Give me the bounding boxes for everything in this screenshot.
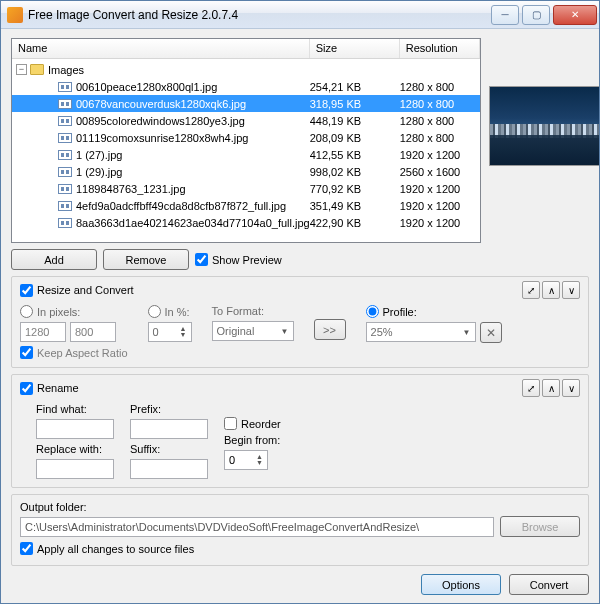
expand-icon[interactable]: ⤢ <box>522 281 540 299</box>
options-button[interactable]: Options <box>421 574 501 595</box>
resize-checkbox[interactable]: Resize and Convert <box>20 284 134 297</box>
file-resolution: 1280 x 800 <box>400 115 480 127</box>
move-up-icon[interactable]: ∧ <box>542 281 560 299</box>
file-size: 208,09 KB <box>310 132 400 144</box>
listview-header: Name Size Resolution <box>12 39 480 59</box>
file-resolution: 2560 x 1600 <box>400 166 480 178</box>
format-combo[interactable]: Original▼ <box>212 321 294 341</box>
add-button[interactable]: Add <box>11 249 97 270</box>
file-size: 770,92 KB <box>310 183 400 195</box>
file-size: 998,02 KB <box>310 166 400 178</box>
percent-input[interactable]: 0▲▼ <box>148 322 192 342</box>
file-row[interactable]: 00678vancouverdusk1280xqk6.jpg318,95 KB1… <box>12 95 480 112</box>
close-button[interactable]: ✕ <box>553 5 597 25</box>
maximize-button[interactable]: ▢ <box>522 5 550 25</box>
find-input[interactable] <box>36 419 114 439</box>
move-up-icon[interactable]: ∧ <box>542 379 560 397</box>
image-file-icon <box>58 133 72 143</box>
rename-group: Rename ⤢ ∧ ∨ Find what: Replace with: Pr… <box>11 374 589 488</box>
col-resolution[interactable]: Resolution <box>400 39 480 58</box>
apply-format-button[interactable]: >> <box>314 319 346 340</box>
file-resolution: 1280 x 800 <box>400 98 480 110</box>
image-file-icon <box>58 150 72 160</box>
file-listview[interactable]: Name Size Resolution −Images00610peace12… <box>11 38 481 243</box>
file-row[interactable]: 4efd9a0adcffbff49cda8d8cfb87f872_full.jp… <box>12 197 480 214</box>
show-preview-input[interactable] <box>195 253 208 266</box>
file-resolution: 1920 x 1200 <box>400 149 480 161</box>
image-file-icon <box>58 201 72 211</box>
profile-combo[interactable]: 25%▼ <box>366 322 476 342</box>
file-resolution: 1920 x 1200 <box>400 217 480 229</box>
preview-image <box>489 86 599 166</box>
file-name: 01119comoxsunrise1280x8wh4.jpg <box>76 132 310 144</box>
in-percent-radio[interactable]: In %: <box>148 305 192 318</box>
image-file-icon <box>58 167 72 177</box>
file-row[interactable]: 1 (29).jpg998,02 KB2560 x 1600 <box>12 163 480 180</box>
file-row[interactable]: 1 (27).jpg412,55 KB1920 x 1200 <box>12 146 480 163</box>
folder-label[interactable]: Images <box>48 64 480 76</box>
image-file-icon <box>58 82 72 92</box>
reorder-checkbox[interactable]: Reorder <box>224 417 281 430</box>
file-name: 1 (27).jpg <box>76 149 310 161</box>
file-size: 412,55 KB <box>310 149 400 161</box>
move-down-icon[interactable]: ∨ <box>562 379 580 397</box>
height-input[interactable] <box>70 322 116 342</box>
output-group: Output folder: Browse Apply all changes … <box>11 494 589 566</box>
file-row[interactable]: 01119comoxsunrise1280x8wh4.jpg208,09 KB1… <box>12 129 480 146</box>
convert-button[interactable]: Convert <box>509 574 589 595</box>
delete-profile-button[interactable]: ✕ <box>480 322 502 343</box>
image-file-icon <box>58 116 72 126</box>
window-title: Free Image Convert and Resize 2.0.7.4 <box>28 8 488 22</box>
expand-icon[interactable]: ⤢ <box>522 379 540 397</box>
file-size: 254,21 KB <box>310 81 400 93</box>
file-name: 00678vancouverdusk1280xqk6.jpg <box>76 98 310 110</box>
suffix-input[interactable] <box>130 459 208 479</box>
folder-icon <box>30 64 44 75</box>
remove-button[interactable]: Remove <box>103 249 189 270</box>
file-name: 4efd9a0adcffbff49cda8d8cfb87f872_full.jp… <box>76 200 310 212</box>
output-path-input[interactable] <box>20 517 494 537</box>
file-row[interactable]: 00610peace1280x800ql1.jpg254,21 KB1280 x… <box>12 78 480 95</box>
file-name: 8aa3663d1ae40214623ae034d77104a0_full.jp… <box>76 217 310 229</box>
file-size: 448,19 KB <box>310 115 400 127</box>
width-input[interactable] <box>20 322 66 342</box>
move-down-icon[interactable]: ∨ <box>562 281 580 299</box>
image-file-icon <box>58 184 72 194</box>
image-file-icon <box>58 218 72 228</box>
browse-button[interactable]: Browse <box>500 516 580 537</box>
begin-from-input[interactable]: 0▲▼ <box>224 450 268 470</box>
file-row[interactable]: 1189848763_1231.jpg770,92 KB1920 x 1200 <box>12 180 480 197</box>
file-name: 1 (29).jpg <box>76 166 310 178</box>
file-resolution: 1280 x 800 <box>400 132 480 144</box>
titlebar: Free Image Convert and Resize 2.0.7.4 ─ … <box>1 1 599 29</box>
apply-all-checkbox[interactable]: Apply all changes to source files <box>20 542 194 555</box>
show-preview-checkbox[interactable]: Show Preview <box>195 253 282 266</box>
prefix-input[interactable] <box>130 419 208 439</box>
minimize-button[interactable]: ─ <box>491 5 519 25</box>
file-size: 422,90 KB <box>310 217 400 229</box>
col-size[interactable]: Size <box>310 39 400 58</box>
resize-group: Resize and Convert ⤢ ∧ ∨ In pixels: Keep… <box>11 276 589 368</box>
file-resolution: 1280 x 800 <box>400 81 480 93</box>
file-name: 00610peace1280x800ql1.jpg <box>76 81 310 93</box>
file-name: 1189848763_1231.jpg <box>76 183 310 195</box>
profile-radio[interactable]: Profile: <box>366 305 502 318</box>
keep-aspect-checkbox[interactable]: Keep Aspect Ratio <box>20 346 128 359</box>
col-name[interactable]: Name <box>12 39 310 58</box>
file-resolution: 1920 x 1200 <box>400 200 480 212</box>
file-name: 00895coloredwindows1280ye3.jpg <box>76 115 310 127</box>
file-row[interactable]: 8aa3663d1ae40214623ae034d77104a0_full.jp… <box>12 214 480 231</box>
in-pixels-radio[interactable]: In pixels: <box>20 305 128 318</box>
rename-checkbox[interactable]: Rename <box>20 382 79 395</box>
file-size: 318,95 KB <box>310 98 400 110</box>
replace-input[interactable] <box>36 459 114 479</box>
app-icon <box>7 7 23 23</box>
file-size: 351,49 KB <box>310 200 400 212</box>
image-file-icon <box>58 99 72 109</box>
tree-toggle-icon[interactable]: − <box>16 64 27 75</box>
file-resolution: 1920 x 1200 <box>400 183 480 195</box>
file-row[interactable]: 00895coloredwindows1280ye3.jpg448,19 KB1… <box>12 112 480 129</box>
